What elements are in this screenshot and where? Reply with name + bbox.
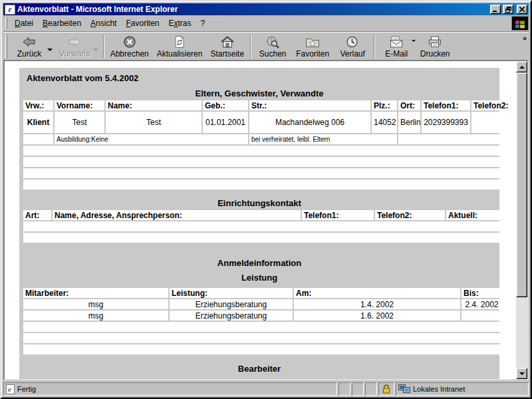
table-row: msgErziehungsberatung1.4. 20022.4. 2002 [23, 299, 502, 309]
toolbar-button-home[interactable]: Startseite [206, 34, 248, 59]
close-icon [519, 7, 525, 12]
table-cell: Telefon1: [422, 100, 470, 110]
table-row [23, 333, 502, 343]
toolbar-button-label: Aktualisieren [157, 49, 203, 59]
section-heading-bearbeiter: Bearbeiter [22, 364, 497, 374]
menu-item-hilfe[interactable]: ? [196, 17, 210, 29]
menu-item-favoriten[interactable]: Favoriten [121, 17, 164, 29]
table-cell: msg [23, 299, 168, 309]
toolbar-overflow-chevron[interactable]: » [523, 34, 527, 42]
toolbar-button-label: Suchen [259, 49, 287, 59]
ie-page-icon: e [6, 384, 15, 394]
toolbar-button-search[interactable]: Suchen [253, 34, 292, 59]
toolbar-separator [103, 35, 104, 59]
table-cell [23, 180, 509, 190]
toolbar-button-mail[interactable]: E-Mail [377, 34, 416, 59]
table-cell: Telefon2: [471, 100, 509, 110]
table-cell: Erziehungsberatung [170, 311, 293, 321]
window-title: Aktenvorblatt - Microsoft Internet Explo… [17, 5, 488, 14]
scroll-down-icon [519, 372, 525, 378]
menu-item-datei[interactable]: Datei [10, 17, 38, 29]
toolbar-grip-handle[interactable] [5, 35, 7, 59]
ie-document-icon: e [5, 5, 15, 15]
table-cell: Telefon1: [302, 210, 374, 220]
scrollbar-track[interactable] [516, 297, 527, 368]
table-row: KlientTestTest01.01.2001Machandelweg 006… [23, 112, 509, 133]
table-cell: Am: [294, 288, 460, 298]
table-cell: Leistung: [170, 288, 293, 298]
table-cell [23, 168, 509, 178]
toolbar-separator [374, 35, 375, 59]
favorites-icon [305, 35, 320, 49]
status-pane-1 [338, 382, 350, 396]
restore-button[interactable] [503, 5, 513, 14]
table-cell: Name: [106, 100, 201, 110]
status-message: Fertig [17, 385, 36, 393]
scrollbar-thumb[interactable] [516, 72, 527, 297]
toolbar-button-history[interactable]: Verlauf [333, 34, 372, 59]
toolbar: ZurückVorwärtsAbbrechenAktualisierenStar… [3, 33, 529, 60]
table-cell: Vrw.: [23, 100, 53, 110]
browser-viewport: Aktenvorblatt vom 5.4.2002 Eltern, Gesch… [3, 60, 529, 380]
history-icon [345, 35, 360, 49]
scroll-up-icon [519, 63, 525, 68]
toolbar-button-label: E-Mail [385, 49, 408, 59]
zone-pane: Lokales Intranet [396, 382, 529, 396]
close-button[interactable] [517, 5, 527, 14]
table-cell [23, 344, 502, 354]
table-row [23, 322, 502, 332]
status-pane-3 [365, 382, 377, 396]
minimize-icon [493, 7, 498, 12]
menu-bar: DateiBearbeitenAnsichtFavoritenExtras? [3, 15, 529, 31]
toolbar-button-favorites[interactable]: Favoriten [292, 34, 333, 59]
toolbar-button-back[interactable]: Zurück [10, 34, 49, 59]
table-row: msgErziehungsberatung1.6. 2002 [23, 311, 502, 321]
print-icon [428, 35, 442, 49]
table-cell: Plz.: [372, 100, 397, 110]
section-heading-facility: Einrichtungskontakt [22, 198, 497, 208]
table-cell: 1.4. 2002 [294, 299, 460, 309]
menu-item-bearbeiten[interactable]: Bearbeiten [38, 17, 86, 29]
table-cell: Mitarbeiter: [23, 288, 168, 298]
table-row [23, 157, 509, 167]
vertical-scrollbar[interactable] [516, 61, 527, 379]
toolbar-button-label: Abbrechen [110, 49, 149, 59]
table-cell: 01.01.2001 [203, 112, 248, 133]
status-message-pane: e Fertig [3, 382, 337, 396]
table-row [23, 344, 502, 354]
table-cell: Machandelweg 006 [249, 112, 370, 133]
title-bar: e Aktenvorblatt - Microsoft Internet Exp… [3, 3, 529, 15]
table-cell: Test [106, 112, 201, 133]
table-cell: Vorname: [55, 100, 104, 110]
windows-logo-icon [515, 19, 525, 29]
toolbar-button-refresh[interactable]: Aktualisieren [153, 34, 207, 59]
scroll-up-button[interactable] [516, 61, 527, 72]
mail-icon [389, 35, 404, 49]
table-cell: bei verheiratet, leibl. Eltern [249, 134, 397, 144]
table-cell: Str.: [249, 100, 370, 110]
table-row [23, 180, 509, 190]
toolbar-button-print[interactable]: Drucken [416, 34, 454, 59]
scroll-down-button[interactable] [516, 368, 527, 379]
table-cell [23, 333, 502, 343]
refresh-icon [172, 35, 187, 49]
table-cell [462, 311, 502, 321]
table-row [23, 146, 509, 156]
table-cell: Geb.: [203, 100, 248, 110]
menu-item-extras[interactable]: Extras [164, 17, 196, 29]
table-cell: Telefon2: [375, 210, 445, 220]
back-icon [22, 35, 37, 49]
table-cell: Ort: [398, 100, 420, 110]
toolbar-button-stop[interactable]: Abbrechen [106, 34, 153, 59]
minimize-button[interactable] [490, 5, 501, 14]
document-title: Aktenvorblatt vom 5.4.2002 [27, 73, 497, 83]
menu-grip-handle[interactable] [5, 18, 7, 29]
toolbar-button-forward: Vorwärts [55, 34, 94, 59]
aktenvorblatt-document: Aktenvorblatt vom 5.4.2002 Eltern, Gesch… [19, 68, 499, 379]
home-icon [220, 35, 235, 49]
toolbar-separator [250, 35, 251, 59]
menu-item-ansicht[interactable]: Ansicht [86, 17, 121, 29]
toolbar-button-label: Verlauf [340, 49, 364, 59]
zone-label: Lokales Intranet [413, 385, 465, 393]
ie-throbber [511, 16, 529, 31]
